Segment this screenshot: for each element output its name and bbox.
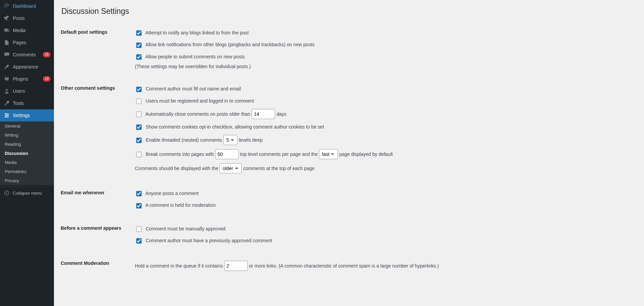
svg-point-4 [5,113,7,115]
option-cookies-optin[interactable]: Show comments cookies opt-in checkbox, a… [135,123,634,131]
option-label: Show comments cookies opt-in checkbox, a… [146,124,324,130]
option-allow-pingbacks[interactable]: Allow link notifications from other blog… [135,41,634,49]
moderation-links-input[interactable] [224,261,248,271]
sidebar-item-pages[interactable]: Pages [0,36,54,49]
option-label: Comment must be manually approved [146,226,226,231]
main-content: Discussion Settings Default post setting… [54,0,644,306]
section-heading-email: Email me whenever [61,183,131,219]
collapse-label: Collapse menu [13,191,42,196]
option-label-pre: Hold a comment in the queue if it contai… [135,263,224,269]
sidebar-item-comments[interactable]: Comments 26 [0,49,54,61]
sidebar-item-dashboard[interactable]: Dashboard [0,0,54,12]
option-notify-blogs[interactable]: Attempt to notify any blogs linked to fr… [135,29,634,37]
settings-sub-privacy[interactable]: Privacy [0,176,54,185]
admin-sidebar: Dashboard Posts Media Pages Comments [0,0,54,306]
sidebar-item-appearance[interactable]: Appearance [0,61,54,73]
moderation-links-row: Hold a comment in the queue if it contai… [135,261,634,271]
settings-icon [3,112,10,119]
break-pages-checkbox[interactable] [136,152,142,157]
break-pages-default-select[interactable]: last [319,149,338,159]
autoclose-days-input[interactable] [252,109,275,119]
sidebar-item-plugins[interactable]: Plugins 19 [0,73,54,85]
comments-order-select[interactable]: older [219,163,242,173]
sidebar-item-label: Media [13,28,51,33]
manual-approve-checkbox[interactable] [136,226,142,232]
autoclose-checkbox[interactable] [136,112,142,117]
option-label-post: comments at the top of each page [243,166,315,171]
tools-icon [3,100,10,107]
break-pages-count-input[interactable] [215,149,239,159]
sidebar-item-label: Tools [13,101,51,106]
option-label-post: levels deep [239,137,263,143]
threaded-levels-select[interactable]: 5 [223,135,237,145]
option-label-pre: Comments should be displayed with the [135,166,219,171]
settings-sub-permalinks[interactable]: Permalinks [0,167,54,176]
settings-sub-media[interactable]: Media [0,158,54,167]
option-label-post: or more links. (A common characteristic … [249,263,439,269]
default-post-hint: (These settings may be overridden for in… [135,63,634,70]
pin-icon [3,15,10,22]
option-label-mid1: top level comments per page and the [240,151,319,157]
cookies-optin-checkbox[interactable] [136,124,142,130]
section-heading-default-post: Default post settings [61,23,131,79]
settings-sub-discussion[interactable]: Discussion [0,149,54,158]
option-prev-approved[interactable]: Comment author must have a previously ap… [135,237,634,245]
settings-sub-writing[interactable]: Writing [0,131,54,140]
sidebar-item-media[interactable]: Media [0,24,54,36]
dashboard-icon [3,3,10,9]
settings-sub-general[interactable]: General [0,121,54,131]
collapse-menu-button[interactable]: Collapse menu [0,187,54,199]
option-label: Allow link notifications from other blog… [145,42,315,47]
option-autoclose[interactable]: Automatically close comments on posts ol… [135,109,634,119]
sidebar-item-users[interactable]: Users [0,85,54,97]
allow-comments-checkbox[interactable] [136,54,142,60]
option-email-anyone[interactable]: Anyone posts a comment [135,190,634,197]
settings-sub-reading[interactable]: Reading [0,140,54,149]
sidebar-item-label: Settings [13,113,51,118]
option-registered[interactable]: Users must be registered and logged in t… [135,97,634,105]
brush-icon [3,63,10,70]
plugin-icon [3,76,10,82]
option-label: Allow people to submit comments on new p… [145,54,245,59]
svg-point-0 [6,89,7,91]
section-heading-other: Other comment settings [61,79,131,183]
option-label-post: days [276,111,287,117]
plugins-count-badge: 19 [43,76,51,82]
collapse-icon [3,190,10,196]
option-email-held[interactable]: A comment is held for moderation [135,201,634,209]
svg-point-5 [7,115,8,116]
email-held-checkbox[interactable] [136,203,142,208]
comments-order-row: Comments should be displayed with the ol… [135,163,634,173]
author-fill-checkbox[interactable] [136,87,142,92]
option-label-pre: Break comments into pages with [146,151,215,157]
allow-pingbacks-checkbox[interactable] [136,43,142,48]
sidebar-item-tools[interactable]: Tools [0,97,54,109]
media-icon [3,27,10,34]
section-heading-before: Before a comment appears [61,219,131,254]
sidebar-item-label: Users [13,88,51,94]
notify-blogs-checkbox[interactable] [136,30,142,36]
sidebar-item-label: Posts [13,16,51,21]
option-label-pre: Automatically close comments on posts ol… [145,111,252,117]
page-title: Discussion Settings [61,7,637,16]
users-icon [3,88,10,94]
settings-submenu: General Writing Reading Discussion Media… [0,121,54,185]
svg-point-6 [5,116,7,118]
threaded-checkbox[interactable] [136,138,142,143]
email-anyone-checkbox[interactable] [136,191,142,196]
option-threaded[interactable]: Enable threaded (nested) comments 5 leve… [135,135,634,145]
sidebar-item-label: Appearance [13,64,51,69]
prev-approved-checkbox[interactable] [136,238,142,244]
option-label: Users must be registered and logged in t… [146,98,254,104]
option-label: Comment author must fill out name and em… [146,86,241,91]
sidebar-item-posts[interactable]: Posts [0,12,54,24]
option-allow-comments[interactable]: Allow people to submit comments on new p… [135,53,634,61]
section-heading-moderation: Comment Moderation [61,254,131,281]
sidebar-item-label: Comments [13,52,40,57]
option-manual-approve[interactable]: Comment must be manually approved [135,225,634,233]
pages-icon [3,39,10,46]
option-author-fill[interactable]: Comment author must fill out name and em… [135,85,634,93]
registered-checkbox[interactable] [136,99,142,104]
option-break-pages[interactable]: Break comments into pages with top level… [135,149,634,159]
sidebar-item-settings[interactable]: Settings [0,109,54,121]
